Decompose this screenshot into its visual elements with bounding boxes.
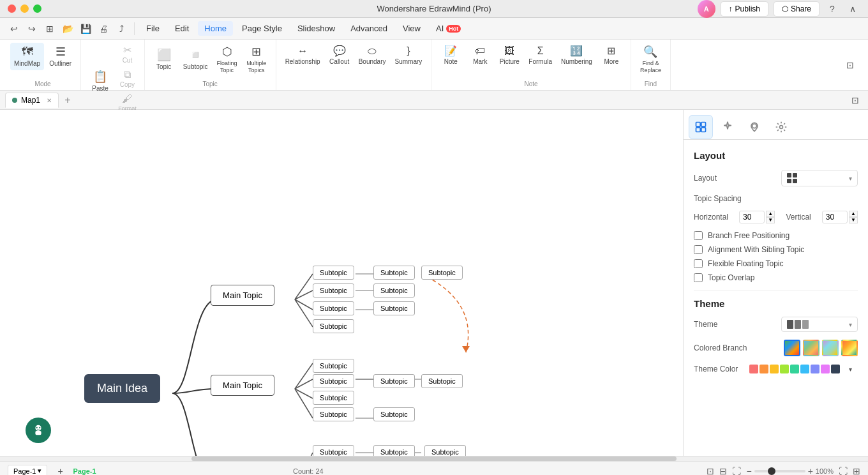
canvas[interactable]: Main Idea Main Topic Main Topic Main Top… (0, 110, 683, 456)
subtopic-2-2[interactable]: Subtopic (313, 374, 354, 388)
subsubsubtopic-3-1[interactable]: Subtopic (424, 445, 466, 456)
undo-button[interactable]: ↩ (6, 21, 22, 36)
subtopic-1-2[interactable]: Subtopic (313, 283, 354, 298)
add-page-button[interactable]: + (52, 464, 68, 476)
menu-page-style[interactable]: Page Style (236, 21, 288, 36)
help-button[interactable]: ? (825, 1, 840, 17)
subtopic-2-1[interactable]: Subtopic (313, 359, 354, 373)
swatch-6[interactable] (800, 365, 809, 373)
fit-window-button[interactable]: ⊟ (719, 466, 727, 476)
add-tab-button[interactable]: + (61, 94, 74, 107)
zoom-out-button[interactable]: − (746, 466, 751, 476)
panel-view-button[interactable]: ⊞ (853, 466, 860, 476)
main-topic-1[interactable]: Main Topic (211, 285, 274, 306)
color-opt-2[interactable] (803, 340, 819, 356)
branch-free-checkbox[interactable] (694, 231, 703, 240)
zoom-in-button[interactable]: + (808, 466, 813, 476)
page-button[interactable]: Page-1 ▾ (8, 465, 47, 475)
paste-button[interactable]: 📋 Paste (86, 67, 114, 95)
swatch-2[interactable] (760, 365, 768, 373)
relationship-button[interactable]: ↔ Relationship (281, 43, 324, 68)
color-opt-1[interactable] (784, 340, 800, 356)
share-button[interactable]: ⬡ Share (774, 1, 819, 17)
menu-file[interactable]: File (140, 21, 166, 36)
color-opt-4[interactable] (841, 340, 858, 356)
print-button[interactable]: 🖨 (96, 21, 111, 36)
subsubtopic-2-1[interactable]: Subtopic (373, 374, 415, 388)
theme-select[interactable]: ▾ (781, 317, 858, 332)
subsubtopic-3-1[interactable]: Subtopic (373, 445, 415, 456)
subsubtopic-2-2[interactable]: Subtopic (421, 374, 463, 388)
redo-button[interactable]: ↪ (24, 21, 40, 36)
theme-color-dropdown[interactable]: ▾ (842, 361, 858, 377)
subtopic-2-4[interactable]: Subtopic (313, 407, 354, 421)
topic-button[interactable]: ⬜ Topic (150, 45, 178, 73)
swatch-4[interactable] (780, 365, 789, 373)
topic-overlap-checkbox[interactable] (694, 273, 703, 282)
boundary-button[interactable]: ⬭ Boundary (355, 43, 390, 68)
open-button[interactable]: 📂 (60, 21, 75, 36)
panel-tab-settings[interactable] (769, 115, 793, 139)
vertical-up[interactable]: ▲ (849, 211, 858, 217)
flexible-floating-checkbox[interactable] (694, 259, 703, 268)
more-button[interactable]: ⊞ More (597, 42, 625, 68)
window-controls[interactable] (8, 4, 41, 13)
new-button[interactable]: ⊞ (42, 21, 57, 36)
note-button[interactable]: 📝 Note (437, 42, 465, 68)
mark-button[interactable]: 🏷 Mark (466, 43, 494, 68)
menu-advanced[interactable]: Advanced (344, 21, 394, 36)
swatch-3[interactable] (770, 365, 779, 373)
export-button[interactable]: ⤴ (114, 21, 129, 36)
horizontal-down[interactable]: ▼ (766, 217, 775, 223)
swatch-9[interactable] (831, 365, 840, 373)
main-topic-2[interactable]: Main Topic (211, 375, 274, 396)
cut-button[interactable]: ✂ Cut (116, 42, 139, 66)
alignment-sibling-checkbox[interactable] (694, 245, 703, 254)
fit-page-button[interactable]: ⊡ (707, 466, 714, 476)
summary-button[interactable]: } Summary (391, 43, 426, 68)
publish-button[interactable]: ↑ Publish (721, 1, 768, 17)
picture-button[interactable]: 🖼 Picture (495, 43, 523, 68)
layout-select[interactable]: ▾ (781, 170, 858, 186)
swatch-5[interactable] (790, 365, 799, 373)
ai-robot-button[interactable] (26, 418, 51, 443)
subsubtopic-1-3[interactable]: Subtopic (373, 301, 415, 315)
avatar[interactable]: A (698, 0, 715, 18)
save-button[interactable]: 💾 (78, 21, 93, 36)
horizontal-field[interactable] (739, 211, 765, 223)
subtopic-2-3[interactable]: Subtopic (313, 391, 354, 405)
collapse-button[interactable]: ∧ (845, 1, 860, 17)
tab-map1[interactable]: Map1 ✕ (5, 93, 59, 108)
outliner-button[interactable]: ☰ Outliner (45, 42, 75, 70)
menu-ai[interactable]: AI Hot (430, 21, 467, 36)
zoom-slider[interactable] (754, 470, 805, 472)
collapse-toolbar-button[interactable]: ⊡ (842, 57, 858, 73)
subtopic-1-3[interactable]: Subtopic (313, 301, 354, 315)
copy-button[interactable]: ⧉ Copy (116, 67, 139, 90)
subtopic-1-4[interactable]: Subtopic (313, 319, 354, 333)
close-button[interactable] (8, 4, 16, 13)
scrollbar-thumb[interactable] (191, 456, 677, 461)
vertical-field[interactable] (822, 211, 848, 223)
swatch-7[interactable] (811, 365, 819, 373)
find-replace-button[interactable]: 🔍 Find &Replace (636, 42, 665, 77)
expand-panel-button[interactable]: ⊡ (848, 93, 863, 108)
numbering-button[interactable]: 🔢 Numbering (557, 42, 596, 68)
mindmap-button[interactable]: 🗺 MindMap (10, 43, 44, 70)
subsubsubtopic-1-1[interactable]: Subtopic (421, 266, 463, 280)
subsubtopic-1-1[interactable]: Subtopic (373, 266, 415, 280)
subtopic-button[interactable]: ◽ Subtopic (179, 45, 212, 73)
panel-tab-properties[interactable] (689, 115, 713, 139)
minimize-button[interactable] (20, 4, 29, 13)
subtopic-3-1[interactable]: Subtopic (313, 445, 354, 456)
color-opt-3[interactable] (822, 340, 839, 356)
panel-tab-location[interactable] (742, 115, 767, 139)
horizontal-scrollbar[interactable] (0, 456, 868, 461)
menu-edit[interactable]: Edit (168, 21, 195, 36)
floating-topic-button[interactable]: ⬡ FloatingTopic (213, 42, 241, 77)
expand-view-button[interactable]: ⛶ (839, 466, 848, 476)
subsubtopic-1-2[interactable]: Subtopic (373, 283, 415, 298)
maximize-button[interactable] (33, 4, 41, 13)
swatch-8[interactable] (821, 365, 830, 373)
vertical-down[interactable]: ▼ (849, 217, 858, 223)
